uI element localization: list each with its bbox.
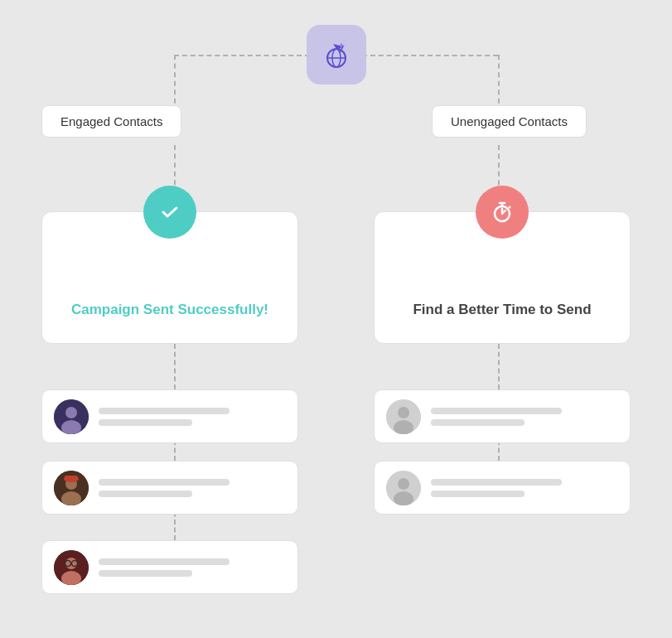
contact-detail-line [99,491,192,497]
right-contact-info-2 [431,479,618,497]
contact-info-2 [99,479,286,497]
contact-detail-line [99,419,192,426]
campaign-sent-card: Campaign Sent Successfully! [41,211,298,344]
contact-name-line [99,479,230,486]
send-icon [320,38,353,71]
contact-detail-line [99,570,192,577]
dashed-line-right-bot [498,344,500,389]
avatar-ghost-1 [386,399,421,434]
avatar-ghost-person-1 [386,399,421,434]
contact-info-3 [99,558,286,577]
contact-detail-line [431,491,525,497]
contact-info-1 [99,408,286,426]
canvas: Engaged Contacts Unengaged Contacts Camp… [0,0,672,638]
contact-name-line [431,408,562,414]
find-time-card-title: Find a Better Time to Send [413,302,591,318]
avatar-ghost-person-2 [386,471,421,505]
contact-detail-line [431,419,525,426]
send-icon-box [307,25,366,85]
avatar-person-2 [54,471,89,505]
right-contact-card-1 [374,389,631,443]
avatar-2 [54,471,89,505]
dashed-line-left-bot [174,344,176,389]
contact-name-line [99,408,230,414]
svg-point-4 [509,206,511,209]
campaign-card-title: Campaign Sent Successfully! [71,302,268,318]
timer-icon [489,199,515,225]
left-contact-card-3 [41,540,298,594]
timer-circle [476,186,529,239]
svg-point-20 [398,407,409,418]
avatar-person-1 [54,399,89,434]
right-contact-info-1 [431,408,618,426]
avatar-3 [54,550,89,585]
checkmark-icon [157,199,183,225]
svg-rect-12 [65,476,78,480]
left-contact-card-2 [41,461,298,515]
unengaged-contacts-label: Unengaged Contacts [432,105,587,138]
left-contact-card-1 [41,389,298,443]
contact-name-line [99,558,230,565]
find-time-card: Find a Better Time to Send [374,211,631,344]
avatar-1 [54,399,89,434]
svg-point-6 [65,407,77,418]
right-contact-card-2 [374,461,631,515]
checkmark-circle [143,186,196,239]
avatar-ghost-2 [386,471,421,505]
engaged-contacts-label: Engaged Contacts [41,105,181,138]
contact-name-line [431,479,562,486]
avatar-person-3 [54,550,89,585]
svg-point-23 [398,478,409,490]
